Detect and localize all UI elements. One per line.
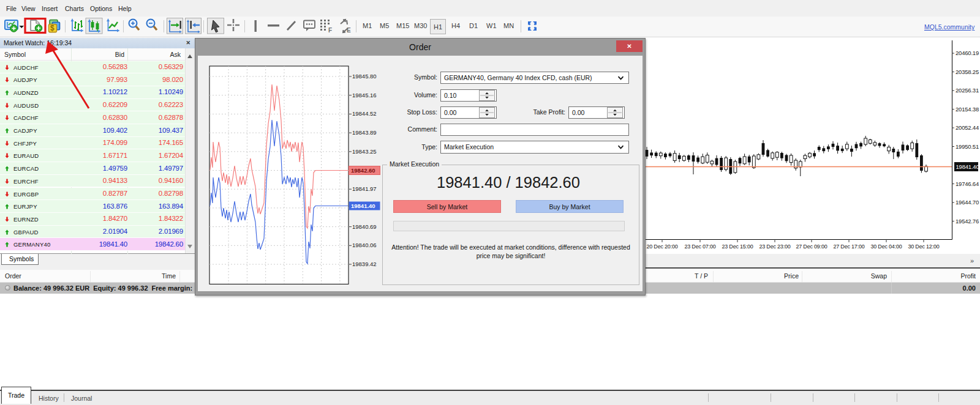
svg-text:20460.19: 20460.19 (956, 50, 979, 56)
svg-text:19841.97: 19841.97 (352, 185, 377, 192)
svg-text:19842.60: 19842.60 (351, 167, 375, 174)
svg-text:19644.70: 19644.70 (956, 199, 979, 206)
svg-text:23 Dec 07:00: 23 Dec 07:00 (684, 243, 715, 250)
svg-text:19840.06: 19840.06 (352, 242, 377, 248)
svg-text:F: F (328, 27, 332, 34)
svg-text:19839.42: 19839.42 (352, 261, 377, 267)
svg-text:20358.25: 20358.25 (956, 69, 979, 75)
svg-text:19542.76: 19542.76 (956, 218, 979, 225)
svg-text:27 Dec 17:00: 27 Dec 17:00 (833, 243, 864, 250)
svg-text:19841.40: 19841.40 (351, 202, 375, 209)
svg-text:30 Dec 12:00: 30 Dec 12:00 (908, 243, 939, 250)
svg-text:E: E (347, 27, 351, 34)
svg-text:19841.40: 19841.40 (956, 163, 979, 170)
svg-text:23 Dec 23:00: 23 Dec 23:00 (759, 243, 790, 250)
svg-text:20 Dec 20:00: 20 Dec 20:00 (646, 243, 677, 250)
svg-text:20052.44: 20052.44 (956, 124, 979, 131)
svg-text:19746.64: 19746.64 (956, 180, 979, 187)
svg-text:20154.38: 20154.38 (956, 106, 979, 113)
svg-text:27 Dec 09:00: 27 Dec 09:00 (796, 243, 827, 250)
svg-text:$: $ (50, 24, 55, 32)
svg-text:20256.31: 20256.31 (956, 87, 979, 94)
svg-text:19840.69: 19840.69 (352, 223, 377, 230)
svg-text:30 Dec 04:00: 30 Dec 04:00 (870, 243, 902, 250)
svg-text:23 Dec 15:00: 23 Dec 15:00 (722, 243, 753, 250)
svg-text:19950.51: 19950.51 (956, 143, 979, 150)
